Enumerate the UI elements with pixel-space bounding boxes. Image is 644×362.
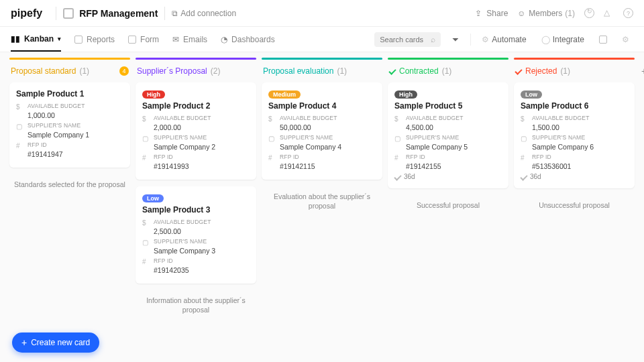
column-caption: Information about the supplier´s proposa… — [136, 290, 256, 320]
dollar-icon: $ — [521, 115, 528, 123]
field-value: 1,500.00 — [532, 123, 628, 131]
filter-button[interactable]: ⏷ — [447, 32, 464, 47]
field-value: 1,000.00 — [28, 111, 123, 119]
field-value: #19142035 — [154, 266, 250, 274]
field-value: #19142155 — [406, 162, 502, 170]
kanban-card[interactable]: HighSample Product 5$AVAILABLE BUDGET4,5… — [388, 82, 508, 188]
tab-kanban[interactable]: ▮▮Kanban▾ — [11, 27, 61, 52]
field-label: AVAILABLE BUDGET — [406, 115, 464, 121]
card-field: #RFP ID — [142, 154, 250, 162]
field-label: SUPPLIER'S NAME — [532, 134, 585, 141]
column-header[interactable]: Proposal evaluation(1) — [262, 64, 382, 82]
kanban-card[interactable]: MediumSample Product 4$AVAILABLE BUDGET5… — [262, 82, 382, 180]
field-label: RFP ID — [154, 257, 173, 264]
hash-icon: # — [394, 154, 402, 162]
kanban-board: Proposal standard(1)4Sample Product 1$AV… — [0, 52, 644, 362]
create-card-button[interactable]: +Create new card — [12, 333, 99, 353]
dollar-icon: $ — [268, 115, 276, 123]
plus-icon: + — [21, 339, 27, 347]
field-label: AVAILABLE BUDGET — [154, 115, 211, 121]
card-field: $AVAILABLE BUDGET — [268, 115, 376, 123]
field-value: Sample Company 2 — [154, 143, 250, 151]
settings-button[interactable]: ⚙ — [618, 32, 633, 47]
dollar-icon: $ — [16, 103, 23, 111]
card-field: ▢SUPPLIER'S NAME — [142, 134, 250, 142]
card-title: Sample Product 2 — [142, 101, 250, 111]
field-label: SUPPLIER'S NAME — [280, 134, 333, 141]
tab-emails[interactable]: ✉Emails — [172, 27, 207, 52]
view-density-button[interactable] — [595, 33, 611, 46]
divider — [164, 7, 165, 20]
column-header[interactable]: Rejected(1) — [514, 64, 635, 82]
topbar: pipefy RFP Management ⧉Add connection ⇪S… — [0, 0, 644, 27]
hash-icon: # — [521, 154, 528, 162]
kanban-column: Contracted(1)HighSample Product 5$AVAILA… — [388, 52, 508, 350]
integrate-icon: ◯ — [541, 35, 550, 44]
field-value: 2,500.00 — [154, 227, 250, 235]
field-label: RFP ID — [280, 154, 299, 160]
column-count: (1) — [337, 66, 347, 76]
card-field: $AVAILABLE BUDGET — [16, 103, 123, 111]
card-field: #RFP ID — [16, 141, 123, 149]
add-connection-label: Add connection — [180, 9, 236, 18]
column-header[interactable]: Proposal standard(1)4 — [9, 64, 130, 82]
help-icon[interactable]: ? — [623, 8, 633, 18]
priority-chip: High — [394, 90, 417, 99]
column-color-bar — [262, 58, 382, 60]
hash-icon: # — [142, 258, 150, 265]
card-age: 36d — [521, 173, 628, 180]
kanban-column: Supplier´s Proposal(2)HighSample Product… — [136, 52, 256, 350]
card-title: Sample Product 6 — [521, 101, 628, 111]
kanban-card[interactable]: Sample Product 1$AVAILABLE BUDGET1,000.0… — [9, 82, 130, 168]
kanban-card[interactable]: HighSample Product 2$AVAILABLE BUDGET2,0… — [136, 82, 256, 180]
field-value: 2,000.00 — [154, 123, 250, 131]
automate-button[interactable]: ⚙Automate — [478, 32, 530, 47]
notifications-icon[interactable]: △ — [604, 8, 614, 18]
members-button[interactable]: ☺Members(1) — [517, 9, 575, 18]
column-header[interactable]: Contracted(1) — [388, 64, 508, 82]
kanban-column: Rejected(1)LowSample Product 6$AVAILABLE… — [514, 52, 635, 350]
column-header[interactable]: Supplier´s Proposal(2) — [136, 64, 256, 82]
kanban-card[interactable]: LowSample Product 3$AVAILABLE BUDGET2,50… — [136, 186, 256, 284]
brand-logo: pipefy — [11, 7, 42, 19]
view-tabs: ▮▮Kanban▾ Reports Form ✉Emails ◔Dashboar… — [0, 27, 644, 52]
kanban-card[interactable]: LowSample Product 6$AVAILABLE BUDGET1,50… — [514, 82, 635, 188]
column-caption: Successful proposal — [388, 195, 508, 215]
search-icon: ⌕ — [431, 35, 435, 44]
kanban-column: Proposal standard(1)4Sample Product 1$AV… — [9, 52, 130, 350]
column-name: Proposal evaluation — [263, 66, 333, 76]
tab-form[interactable]: Form — [128, 27, 159, 52]
tab-dashboards[interactable]: ◔Dashboards — [221, 27, 275, 52]
card-field: $AVAILABLE BUDGET — [142, 115, 250, 123]
share-icon: ⇪ — [475, 9, 484, 17]
search-input[interactable] — [380, 36, 427, 44]
card-field: $AVAILABLE BUDGET — [521, 115, 628, 123]
search-input-wrapper[interactable]: ⌕ — [374, 32, 441, 47]
card-field: #RFP ID — [142, 257, 250, 265]
new-phase-button[interactable]: +New ph — [640, 52, 644, 350]
integrate-button[interactable]: ◯Integrate — [537, 32, 588, 47]
column-name: Proposal standard — [11, 66, 76, 76]
dashboards-icon: ◔ — [221, 35, 227, 44]
share-button[interactable]: ⇪Share — [475, 9, 508, 18]
filter-icon: ⏷ — [451, 35, 460, 44]
column-color-bar — [514, 58, 635, 60]
field-value: #513536001 — [532, 162, 628, 170]
card-field: ▢SUPPLIER'S NAME — [394, 134, 502, 142]
gear-icon: ⚙ — [622, 35, 629, 44]
column-count: (2) — [211, 66, 221, 76]
supplier-icon: ▢ — [521, 135, 528, 142]
column-alert-badge[interactable]: 4 — [119, 66, 129, 76]
tab-reports[interactable]: Reports — [74, 27, 115, 52]
card-field: #RFP ID — [268, 154, 376, 162]
add-connection-link[interactable]: ⧉Add connection — [172, 9, 236, 18]
supplier-icon: ▢ — [268, 135, 276, 142]
card-age: 36d — [394, 173, 502, 180]
kanban-icon: ▮▮ — [11, 34, 20, 44]
column-name: Supplier´s Proposal — [137, 66, 207, 76]
field-value: 4,500.00 — [406, 123, 502, 131]
field-label: AVAILABLE BUDGET — [532, 115, 590, 121]
field-value: 50,000.00 — [280, 123, 376, 131]
history-icon[interactable]: ↻ — [584, 8, 594, 18]
card-field: ▢SUPPLIER'S NAME — [268, 134, 376, 142]
